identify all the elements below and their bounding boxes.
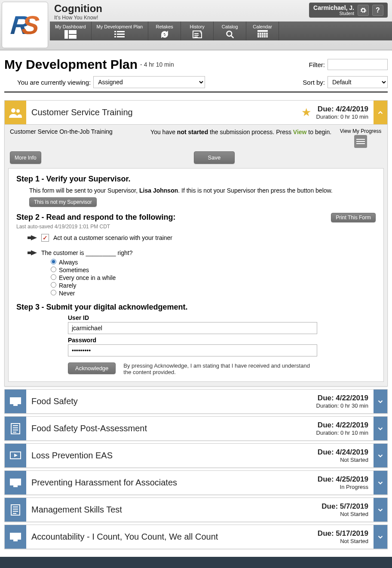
status-view: View	[293, 129, 307, 135]
course-row: Accountability - I Count, You Count, We …	[4, 525, 388, 549]
page: My Development Plan - 4 hr 10 min Filter…	[0, 50, 392, 557]
radio-input-4[interactable]	[51, 290, 56, 295]
help-button[interactable]: ?	[372, 5, 383, 16]
status-bold: not started	[177, 129, 208, 135]
course-icon	[5, 390, 26, 413]
expand-button[interactable]	[374, 417, 387, 440]
svg-rect-29	[10, 398, 21, 404]
not-supervisor-button[interactable]: This is not my Supervisor	[29, 197, 97, 207]
save-button[interactable]: Save	[194, 151, 235, 164]
user-box: Carmichael, J. Student ?	[309, 3, 388, 18]
radio-label: Always	[59, 259, 78, 266]
expand-button[interactable]	[374, 525, 387, 549]
more-info-button[interactable]: More Info	[10, 151, 41, 164]
course-icon	[5, 444, 26, 467]
radio-option-3[interactable]: Rarely	[51, 282, 376, 289]
collapse-button[interactable]	[374, 101, 387, 124]
nav-tabs: My Dashboard My Development Plan Retakes…	[50, 21, 392, 40]
course-status: Duration: 0 hr 10 min	[316, 430, 368, 436]
course-title: Accountability - I Count, You Count, We …	[31, 532, 318, 542]
step2: Print This Form Step 2 - Read and respon…	[16, 213, 376, 297]
radio-option-1[interactable]: Sometimes	[51, 267, 376, 273]
nav-tab-dashboard[interactable]: My Dashboard	[50, 21, 92, 40]
chevron-down-icon	[377, 398, 384, 405]
radio-input-2[interactable]	[51, 274, 56, 280]
svg-rect-45	[10, 533, 21, 539]
view-progress[interactable]: View My Progress	[339, 128, 382, 148]
viewing-select[interactable]: Assigned	[93, 76, 205, 88]
svg-rect-17	[257, 34, 259, 36]
nav-label: History	[190, 24, 205, 29]
svg-rect-12	[257, 33, 259, 34]
panel-subtitle: Customer Service On-the-Job Training	[10, 128, 143, 135]
svg-rect-11	[257, 30, 268, 32]
brand-tagline: It's How You Know!	[54, 15, 309, 21]
svg-rect-2	[69, 35, 77, 39]
course-list: Food SafetyDue: 4/22/2019Duration: 0 hr …	[4, 389, 388, 549]
course-meta: Due: 4/25/2019In Progress	[318, 475, 368, 490]
course-meta: Due: 4/24/2019Not Started	[318, 448, 368, 463]
svg-rect-21	[266, 34, 268, 36]
status-text3: to begin.	[306, 129, 331, 135]
history-icon	[192, 30, 202, 39]
course-title: Food Safety	[31, 396, 316, 406]
password-input[interactable]	[68, 344, 317, 356]
nav-tab-calendar[interactable]: Calendar	[246, 21, 279, 40]
nav-tab-retakes[interactable]: Retakes	[148, 21, 181, 40]
header: RS Cognition It's How You Know! Carmicha…	[0, 0, 392, 50]
svg-rect-26	[266, 36, 268, 37]
course-duration: Duration: 0 hr 10 min	[316, 114, 368, 120]
nav-label: Calendar	[253, 24, 272, 29]
settings-button[interactable]	[358, 5, 369, 16]
course-body: Loss Prevention EASDue: 4/24/2019Not Sta…	[26, 444, 374, 467]
nav-label: My Dashboard	[55, 24, 86, 29]
dashboard-icon	[64, 30, 77, 39]
course-body: Food Safety Post-AssessmentDue: 4/22/201…	[26, 417, 374, 440]
question-row: The customer is _________ right?	[31, 249, 376, 256]
course-body: Management Skills TestDue: 5/7/2019Not S…	[26, 498, 374, 522]
question-text: The customer is _________ right?	[41, 249, 132, 256]
star-icon[interactable]: ★	[301, 106, 311, 119]
nav-label: My Development Plan	[97, 24, 143, 29]
radio-input-1[interactable]	[51, 267, 56, 272]
course-due: Due: 4/24/2019	[316, 105, 368, 114]
nav-label: Catalog	[222, 24, 238, 29]
expand-button[interactable]	[374, 471, 387, 494]
course-row: Management Skills TestDue: 5/7/2019Not S…	[4, 497, 388, 522]
arrow-icon	[31, 235, 37, 240]
svg-rect-15	[264, 33, 266, 34]
filter-row: You are currently viewing: Assigned Sort…	[4, 76, 388, 88]
expand-button[interactable]	[374, 498, 387, 522]
svg-rect-1	[69, 30, 77, 34]
autosave-text: Last auto-saved 4/19/2019 1:01 PM CDT	[16, 224, 376, 230]
nav-tab-history[interactable]: History	[181, 21, 214, 40]
course-status: Not Started	[322, 511, 368, 517]
sort-select[interactable]: Default	[328, 76, 388, 88]
acknowledge-button[interactable]: Acknowledge	[68, 362, 116, 374]
expand-button[interactable]	[374, 390, 387, 413]
step1-text-b: . If this is not your Supervisor then pr…	[178, 187, 333, 194]
panel-buttons: More Info Save	[5, 151, 387, 168]
brand-title: Cognition	[54, 3, 309, 15]
chevron-down-icon	[377, 452, 384, 460]
course-status: Not Started	[318, 457, 368, 463]
course-row: Preventing Harassment for AssociatesDue:…	[4, 470, 388, 495]
viewing-label: You are currently viewing:	[17, 79, 91, 86]
filter-input[interactable]	[328, 59, 388, 70]
userid-input[interactable]	[68, 322, 317, 334]
course-body: Preventing Harassment for AssociatesDue:…	[26, 471, 374, 494]
radio-input-0[interactable]	[51, 259, 56, 264]
checkbox-1[interactable]: ✓	[41, 234, 49, 242]
expand-button[interactable]	[374, 444, 387, 467]
nav-tab-catalog[interactable]: Catalog	[214, 21, 246, 40]
nav-tab-devplan[interactable]: My Development Plan	[92, 21, 149, 40]
radio-option-4[interactable]: Never	[51, 290, 376, 297]
course-due: Due: 5/7/2019	[322, 502, 368, 511]
radio-input-3[interactable]	[51, 282, 56, 288]
svg-point-9	[227, 31, 232, 37]
step1-title: Step 1	[16, 175, 40, 183]
radio-option-0[interactable]: Always	[51, 259, 376, 266]
print-form-button[interactable]: Print This Form	[331, 213, 376, 222]
refresh-icon	[160, 30, 169, 39]
radio-option-2[interactable]: Every once in a while	[51, 274, 376, 281]
